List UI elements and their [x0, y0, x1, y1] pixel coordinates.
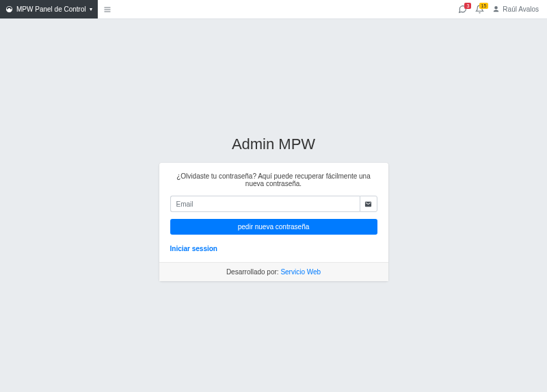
topbar-left: MPW Panel de Control ▾	[0, 0, 117, 18]
chat-badge: 3	[464, 3, 471, 9]
email-input-group	[170, 196, 377, 212]
card-message: ¿Olvidaste tu contraseña? Aquí puede rec…	[170, 172, 377, 187]
app-title-light: MPW	[278, 135, 315, 153]
user-name: Raúl Avalos	[503, 5, 539, 13]
card-body: ¿Olvidaste tu contraseña? Aquí puede rec…	[159, 163, 388, 262]
chevron-down-icon: ▾	[90, 6, 92, 12]
login-link[interactable]: Iniciar session	[170, 245, 217, 252]
app-title-bold: Admin	[232, 135, 274, 153]
request-password-button[interactable]: pedir nueva contraseña	[170, 219, 377, 235]
envelope-icon	[360, 196, 377, 212]
forgot-password-card: ¿Olvidaste tu contraseña? Aquí puede rec…	[159, 163, 388, 281]
app-title: Admin MPW	[232, 135, 315, 153]
brand-label: MPW Panel de Control	[16, 5, 86, 13]
card-footer: Desarrollado por: Servicio Web	[159, 262, 388, 281]
alert-badge: 15	[479, 3, 489, 9]
topbar: MPW Panel de Control ▾ 3 15 Raúl Avalos	[0, 0, 547, 19]
menu-toggle-button[interactable]	[98, 0, 117, 18]
brand-toggle[interactable]: MPW Panel de Control ▾	[0, 0, 98, 18]
chat-notifications-button[interactable]: 3	[458, 5, 467, 14]
user-icon	[492, 5, 500, 13]
footer-link[interactable]: Servicio Web	[280, 268, 321, 276]
dashboard-icon	[5, 5, 13, 13]
user-menu-button[interactable]: Raúl Avalos	[492, 5, 539, 13]
main-content: Admin MPW ¿Olvidaste tu contraseña? Aquí…	[0, 19, 547, 281]
topbar-right: 3 15 Raúl Avalos	[458, 0, 547, 18]
footer-prefix: Desarrollado por:	[226, 268, 280, 276]
alert-notifications-button[interactable]: 15	[475, 5, 484, 14]
email-field[interactable]	[170, 196, 360, 212]
